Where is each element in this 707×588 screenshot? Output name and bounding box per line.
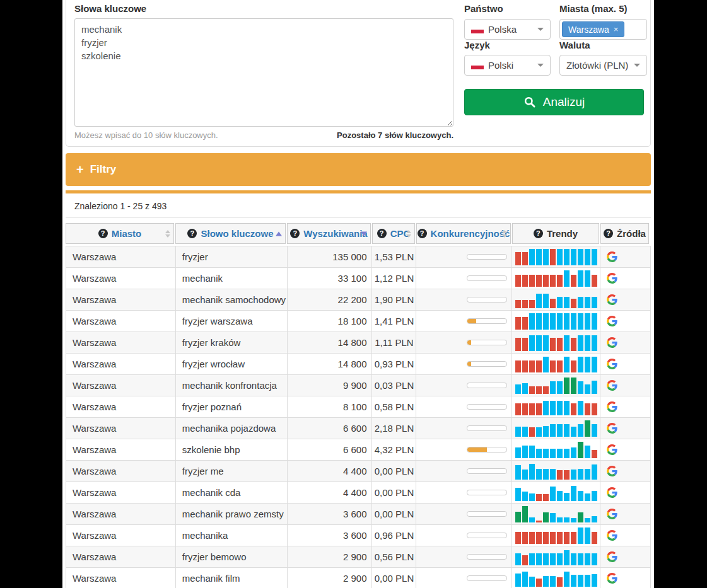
chevron-down-icon [634, 64, 640, 67]
google-icon [607, 509, 617, 519]
cell-cpc: 1,12 PLN [372, 268, 416, 289]
cell-keyword: mechanik film [176, 568, 288, 588]
cell-keyword: mechanika [176, 525, 288, 546]
google-icon [607, 273, 617, 284]
sort-asc-icon [276, 231, 282, 236]
keywords-textarea[interactable]: mechanik fryzjer szkolenie [74, 18, 453, 127]
search-icon [523, 96, 536, 108]
sort-icon [406, 230, 411, 238]
cell-cpc: 0,56 PLN [372, 546, 416, 567]
page: Słowa kluczowe mechanik fryzjer szkoleni… [0, 0, 707, 588]
cell-searches: 22 200 [288, 289, 373, 310]
keywords-remaining-hint: Pozostało 7 słów kluczowych. [74, 130, 453, 140]
trend-mini-chart [515, 442, 597, 458]
cell-city: Warszawa [66, 568, 176, 588]
country-value: Polska [488, 24, 517, 35]
cell-competition [416, 461, 512, 481]
cell-city: Warszawa [66, 311, 176, 331]
cell-searches: 6 600 [288, 418, 373, 439]
cell-competition [416, 311, 512, 331]
trend-mini-chart [515, 506, 597, 522]
trend-mini-chart [515, 420, 597, 437]
cell-competition [416, 332, 512, 353]
country-label: Państwo [464, 3, 503, 14]
cell-source [600, 482, 650, 503]
column-header-slowo-kluczowe[interactable]: ?Słowo kluczowe [175, 223, 286, 244]
cell-trend [512, 439, 600, 460]
column-header-zrodla: ?Źródła [600, 223, 649, 244]
sort-icon [502, 230, 507, 238]
cities-label: Miasta (max. 5) [559, 3, 628, 14]
competition-bar [467, 297, 507, 303]
help-icon: ? [98, 229, 108, 238]
trend-mini-chart [515, 549, 597, 565]
cell-source [600, 246, 650, 267]
competition-bar [467, 254, 507, 260]
language-select[interactable]: Polski [464, 55, 551, 76]
analyze-button-label: Analizuj [543, 95, 585, 109]
cell-trend [512, 418, 600, 439]
cell-competition [416, 504, 512, 524]
cell-trend [512, 268, 600, 289]
column-header-cpc[interactable]: ?CPC [372, 223, 415, 244]
cell-searches: 33 100 [288, 268, 373, 289]
competition-bar [467, 511, 507, 517]
cell-source [600, 332, 650, 353]
cell-competition [416, 354, 512, 374]
country-select[interactable]: Polska [464, 19, 551, 40]
column-header-wyszukiwania[interactable]: ?Wyszukiwania [287, 223, 371, 244]
cell-source [600, 268, 650, 289]
cell-searches: 9 900 [288, 375, 373, 396]
cell-searches: 135 000 [288, 246, 373, 267]
competition-bar [467, 318, 507, 324]
keywords-label: Słowa kluczowe [74, 3, 146, 14]
cell-cpc: 1,11 PLN [372, 332, 416, 353]
content-container: Słowa kluczowe mechanik fryzjer szkoleni… [62, 0, 654, 588]
cell-keyword: mechanik samochodowy [176, 289, 288, 310]
google-icon [607, 487, 617, 498]
cell-keyword: mechanik cda [176, 482, 288, 503]
column-label: Wyszukiwania [303, 228, 367, 239]
help-icon: ? [377, 229, 387, 238]
cell-competition [416, 525, 512, 546]
competition-bar [467, 383, 507, 388]
cell-competition [416, 546, 512, 567]
google-icon [607, 380, 617, 391]
flag-poland-icon [471, 62, 484, 69]
table-row: Warszawafryzjer kraków14 8001,11 PLN [66, 332, 650, 354]
cell-searches: 2 900 [288, 546, 373, 567]
cell-city: Warszawa [66, 525, 176, 546]
cell-competition [416, 268, 512, 289]
trend-mini-chart [515, 485, 597, 501]
help-icon: ? [604, 229, 613, 238]
cell-keyword: fryzjer bemowo [176, 546, 288, 567]
results-summary: Znaleziono 1 - 25 z 493 [66, 193, 651, 218]
plus-icon: + [76, 163, 84, 177]
column-header-konkurencyjnosc[interactable]: ?Konkurencyjność [416, 223, 511, 244]
cell-keyword: fryzjer kraków [176, 332, 288, 353]
cell-trend [512, 461, 600, 481]
table-row: Warszawamechanik prawo zemsty3 6000,00 P… [66, 504, 650, 525]
cell-trend [512, 396, 600, 417]
analyze-button[interactable]: Analizuj [464, 89, 644, 115]
filters-toggle[interactable]: + Filtry [66, 153, 651, 186]
cell-source [600, 568, 650, 588]
cell-cpc: 1,41 PLN [372, 311, 416, 331]
google-icon [607, 444, 617, 455]
column-header-miasto[interactable]: ?Miasto [66, 223, 174, 244]
google-icon [607, 401, 617, 412]
remove-city-icon[interactable]: × [614, 25, 619, 34]
table-row: Warszawamechanik33 1001,12 PLN [66, 268, 650, 289]
column-label: Źródła [617, 228, 646, 239]
currency-select[interactable]: Złotówki (PLN) [559, 55, 647, 76]
competition-bar [467, 361, 507, 367]
table-row: Warszawamechanik samochodowy22 2001,90 P… [66, 289, 650, 311]
google-icon [607, 316, 617, 326]
cell-cpc: 0,03 PLN [372, 375, 416, 396]
cities-multiselect[interactable]: Warszawa × [559, 19, 647, 40]
cell-keyword: fryzjer [176, 246, 288, 267]
column-label: Konkurencyjność [431, 228, 510, 239]
cell-searches: 2 900 [288, 568, 373, 588]
trend-mini-chart [515, 356, 597, 372]
google-icon [607, 423, 617, 434]
